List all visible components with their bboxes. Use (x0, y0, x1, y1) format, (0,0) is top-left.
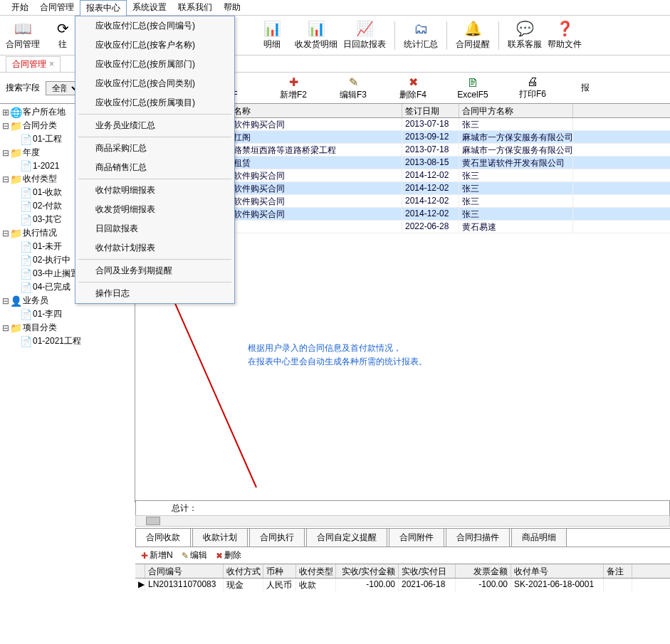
toolbar-help[interactable]: 帮助文件 (548, 19, 582, 53)
delete-icon (216, 551, 223, 561)
delete-button[interactable]: 删除F4 (393, 74, 433, 102)
menu-item-op-log[interactable]: 操作日志 (75, 284, 234, 303)
toolbar-shipment[interactable]: 收发货明细 (295, 19, 337, 53)
bottom-tab[interactable]: 合同执行 (249, 528, 305, 547)
menu-item-sales-sum[interactable]: 商品销售汇总 (75, 158, 234, 177)
tree-toggle-icon[interactable]: ⊟ (1, 121, 10, 131)
plus-icon (141, 551, 148, 561)
col-currency[interactable]: 币种 (263, 564, 296, 578)
toolbar-contract-mgmt[interactable]: 合同管理 (6, 19, 40, 53)
annotation-line: 根据用户录入的合同信息及首付款情况， (248, 342, 427, 355)
menu-help[interactable]: 帮助 (218, 0, 246, 15)
menu-item-payment-detail[interactable]: 收付款明细报表 (75, 181, 234, 200)
menu-item-ar-by-customer[interactable]: 应收应付汇总(按客户名称) (75, 36, 234, 55)
cell-slip: SK-2021-06-18-0001 (511, 579, 604, 591)
annotation-text: 根据用户录入的合同信息及首付款情况， 在报表中心里会自动生成各种所需的统计报表。 (248, 342, 427, 369)
add-button[interactable]: 新增F2 (273, 74, 313, 102)
cell-party: 张三 (459, 195, 573, 207)
menu-contact[interactable]: 联系我们 (172, 0, 218, 15)
col-marker[interactable] (135, 564, 145, 578)
col-party-a[interactable]: 合同甲方名称 (459, 104, 573, 117)
cell-date: 2014-12-02 (402, 208, 459, 220)
book-icon (14, 20, 31, 37)
menu-item-payment-plan[interactable]: 收付款计划报表 (75, 238, 234, 258)
tree-toggle-icon[interactable]: ⊟ (1, 323, 10, 333)
col-amount[interactable]: 实收/实付金额 (336, 564, 399, 578)
cell-invoice: -100.00 (456, 579, 511, 591)
menu-item-ar-by-category[interactable]: 应收应付汇总(按合同类别) (75, 74, 234, 93)
col-pay-date[interactable]: 实收/实付日 (399, 564, 456, 578)
edit-button[interactable]: 编辑F3 (333, 74, 373, 102)
menu-contract[interactable]: 合同管理 (34, 0, 80, 15)
scrollbar-thumb[interactable] (146, 517, 160, 525)
menu-start[interactable]: 开始 (6, 0, 34, 15)
tab-label: 合同管理 (12, 58, 46, 70)
col-pay-type[interactable]: 收付类型 (296, 564, 336, 578)
col-contract-name[interactable]: 合同名称 (214, 104, 402, 117)
folder-icon (10, 174, 21, 185)
toolbar-label: 帮助文件 (548, 38, 582, 51)
bell-icon (464, 20, 481, 37)
cell-date: 2013-08-15 (402, 157, 459, 169)
col-slip[interactable]: 收付单号 (511, 564, 604, 578)
button-label: ExcelF5 (457, 90, 488, 100)
cell-date: 2013-07-18 (402, 144, 459, 156)
col-note[interactable]: 备注 (604, 564, 632, 578)
tree-node[interactable]: 01-李四 (1, 307, 133, 321)
menu-reports[interactable]: 报表中心 (80, 0, 127, 16)
horizontal-scrollbar[interactable] (135, 515, 670, 527)
bottom-tab[interactable]: 合同扫描件 (446, 528, 510, 547)
close-icon[interactable]: × (49, 59, 54, 69)
print-button[interactable]: 打印F6 (513, 74, 553, 102)
menu-item-sales-perf[interactable]: 业务员业绩汇总 (75, 116, 234, 135)
tab-contract-mgmt[interactable]: 合同管理 × (6, 56, 61, 72)
tree-label: 收付类型 (23, 173, 57, 185)
bottom-tab[interactable]: 商品明细 (511, 528, 567, 547)
menu-item-ar-by-dept[interactable]: 应收应付汇总(按所属部门) (75, 55, 234, 74)
col-invoice[interactable]: 发票金额 (456, 564, 511, 578)
tree-toggle-icon[interactable]: ⊟ (1, 228, 10, 238)
tree-label: 1-2021 (33, 161, 59, 171)
menu-item-due-reminder[interactable]: 合同及业务到期提醒 (75, 261, 234, 280)
menu-item-daily-receipt[interactable]: 日回款报表 (75, 219, 234, 238)
report-button[interactable]: 报 (565, 74, 605, 102)
toolbar-summary[interactable]: 统计汇总 (404, 19, 438, 53)
tree-node[interactable]: ⊟项目分类 (1, 321, 133, 334)
tree-label: 业务员 (23, 295, 48, 307)
toolbar-daily[interactable]: 日回款报表 (343, 19, 386, 53)
tree-toggle-icon[interactable]: ⊟ (1, 148, 10, 158)
bottom-tab[interactable]: 合同附件 (389, 528, 444, 547)
doc-icon (20, 201, 31, 212)
toolbar-label: 联系客服 (508, 38, 542, 51)
toolbar-reminder[interactable]: 合同提醒 (456, 19, 490, 53)
toolbar-detail[interactable]: 明细 (255, 19, 289, 53)
menu-item-ar-by-project[interactable]: 应收应付汇总(按所属项目) (75, 93, 234, 112)
reports-dropdown: 应收应付汇总(按合同编号) 应收应付汇总(按客户名称) 应收应付汇总(按所属部门… (75, 16, 235, 304)
bottom-tab[interactable]: 收款计划 (192, 528, 248, 547)
row-marker-icon: ▶ (135, 579, 145, 591)
doc-icon (20, 282, 31, 293)
menu-item-purchase-sum[interactable]: 商品采购汇总 (75, 139, 234, 158)
cell-party: 麻城市一方保安服务有限公司 (459, 144, 573, 156)
col-pay-method[interactable]: 收付方式 (224, 564, 263, 578)
toolbar-label: 收发货明细 (295, 38, 337, 51)
excel-button[interactable]: ExcelF5 (453, 74, 493, 102)
person-icon (10, 295, 21, 307)
menu-settings[interactable]: 系统设置 (127, 0, 172, 15)
bottom-delete-button[interactable]: 删除 (216, 549, 241, 561)
bottom-tab[interactable]: 合同自定义提醒 (306, 528, 387, 547)
tree-node[interactable]: 01-2021工程 (1, 334, 133, 348)
bottom-edit-button[interactable]: 编辑 (182, 549, 207, 561)
table-row[interactable]: ▶ LN201311070083 现金 人民币 收款 -100.00 2021-… (135, 579, 670, 591)
toolbar-support[interactable]: 联系客服 (508, 19, 542, 53)
tree-toggle-icon[interactable]: ⊟ (1, 174, 10, 184)
col-contract-id[interactable]: 合同编号 (145, 564, 224, 578)
menu-item-shipment-detail[interactable]: 收发货明细报表 (75, 200, 234, 219)
bottom-tab[interactable]: 合同收款 (135, 528, 191, 547)
bottom-add-button[interactable]: 新增N (141, 549, 173, 561)
col-sign-date[interactable]: 签订日期 (402, 104, 459, 117)
tree-toggle-icon[interactable]: ⊞ (1, 107, 10, 117)
delete-icon (409, 75, 418, 89)
menu-item-ar-by-contract[interactable]: 应收应付汇总(按合同编号) (75, 16, 234, 36)
tree-toggle-icon[interactable]: ⊟ (1, 296, 10, 306)
